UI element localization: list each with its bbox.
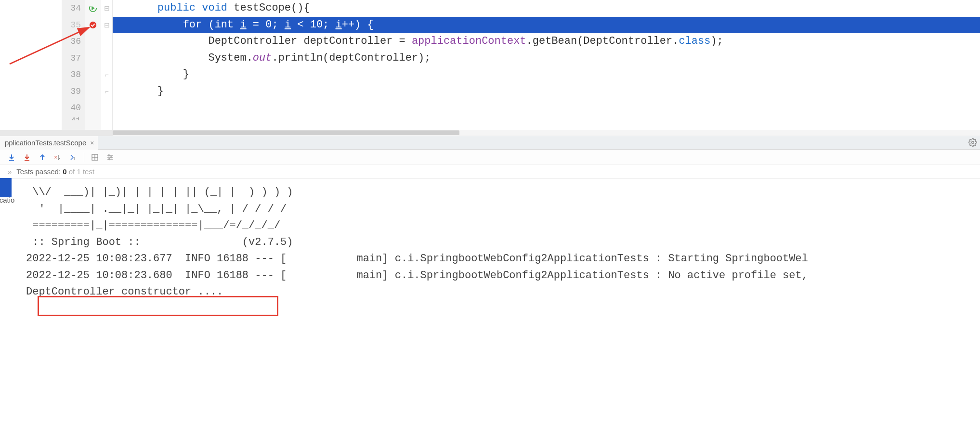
collapse-all-icon[interactable] xyxy=(7,153,16,162)
code-line[interactable] xyxy=(113,116,980,120)
console-line: :: Spring Boot :: (v2.7.5) xyxy=(26,234,980,251)
svg-text:I: I xyxy=(74,156,75,161)
gutter-icons xyxy=(85,0,101,130)
test-status-bar: » Tests passed: 0 of 1 test xyxy=(0,165,980,179)
close-icon[interactable]: × xyxy=(90,139,94,147)
line-number: 38 xyxy=(62,66,81,83)
line-number: 41 xyxy=(62,116,81,120)
sort-failed-icon[interactable]: × xyxy=(53,153,63,162)
code-line[interactable]: public void testScope(){ xyxy=(113,0,980,17)
test-toolbar: × I xyxy=(0,150,980,165)
expand-all-icon[interactable] xyxy=(22,153,32,162)
code-line[interactable]: } xyxy=(113,83,980,100)
settings-lines-icon[interactable] xyxy=(105,153,115,162)
line-number: 34 xyxy=(62,0,81,17)
code-area[interactable]: public void testScope(){ for (int i = 0;… xyxy=(113,0,980,130)
code-line[interactable]: System.out.println(deptController); xyxy=(113,50,980,67)
console-line: =========|_|==============|___/=/_/_/_/ xyxy=(26,217,980,234)
console-container: licatio \\/ ___)| |_)| | | | | || (_| | … xyxy=(0,179,980,422)
line-number: 37 xyxy=(62,50,81,67)
console-line: DeptController constructor .... xyxy=(26,284,980,301)
console-line: ' |____| .__|_| |_|_| |_\__, | / / / / xyxy=(26,201,980,218)
fold-end-icon: ⌐ xyxy=(105,71,108,78)
fold-gutter: ⊟⊟⌐⌐ xyxy=(101,0,113,130)
svg-point-3 xyxy=(972,141,974,144)
svg-point-15 xyxy=(111,156,112,158)
fold-toggle-icon[interactable]: ⊟ xyxy=(104,4,110,12)
run-gutter-icon[interactable] xyxy=(89,4,97,13)
test-tree-strip: licatio xyxy=(0,179,19,422)
editor-horizontal-scrollbar[interactable] xyxy=(0,130,980,136)
chevron-icon: » xyxy=(8,167,12,176)
grid-icon[interactable] xyxy=(90,153,100,162)
code-line[interactable]: DeptController deptController = applicat… xyxy=(113,33,980,50)
svg-point-16 xyxy=(109,158,110,160)
gutter-left-margin xyxy=(0,0,62,130)
code-line[interactable]: } xyxy=(113,66,980,83)
line-number-gutter: 3435363738394041 xyxy=(62,0,85,130)
fold-end-icon: ⌐ xyxy=(105,88,108,95)
run-tab-label: pplicationTests.testScope xyxy=(5,139,86,147)
fold-toggle-icon[interactable]: ⊟ xyxy=(104,21,110,29)
svg-point-1 xyxy=(90,22,96,28)
console-output[interactable]: \\/ ___)| |_)| | | | | || (_| | ) ) ) ) … xyxy=(19,179,980,422)
line-number: 36 xyxy=(62,33,81,50)
svg-point-14 xyxy=(108,154,110,156)
scrollbar-thumb[interactable] xyxy=(113,130,459,135)
test-tree-selection[interactable] xyxy=(0,178,12,197)
tests-passed-label: Tests passed: 0 of 1 test xyxy=(16,167,94,176)
line-number: 39 xyxy=(62,83,81,100)
console-line: \\/ ___)| |_)| | | | | || (_| | ) ) ) ) xyxy=(26,184,980,201)
breakpoint-icon[interactable] xyxy=(89,21,97,29)
code-editor: 3435363738394041 ⊟⊟⌐⌐ public void testSc… xyxy=(0,0,980,130)
sort-alpha-icon[interactable]: I xyxy=(68,153,78,162)
svg-text:×: × xyxy=(54,154,57,161)
console-line: 2022-12-25 10:08:23.680 INFO 16188 --- [… xyxy=(26,268,980,284)
panel-tabs: pplicationTests.testScope × xyxy=(0,136,980,150)
run-panel: pplicationTests.testScope × × I xyxy=(0,136,980,422)
line-number: 35 xyxy=(62,17,81,34)
up-arrow-icon[interactable] xyxy=(38,153,47,162)
line-number: 40 xyxy=(62,100,81,116)
code-line[interactable] xyxy=(113,100,980,116)
run-tab[interactable]: pplicationTests.testScope × xyxy=(0,136,98,150)
gear-icon[interactable] xyxy=(968,138,977,148)
console-line: 2022-12-25 10:08:23.677 INFO 16188 --- [… xyxy=(26,251,980,268)
code-line[interactable]: for (int i = 0; i < 10; i++) { xyxy=(113,17,980,34)
